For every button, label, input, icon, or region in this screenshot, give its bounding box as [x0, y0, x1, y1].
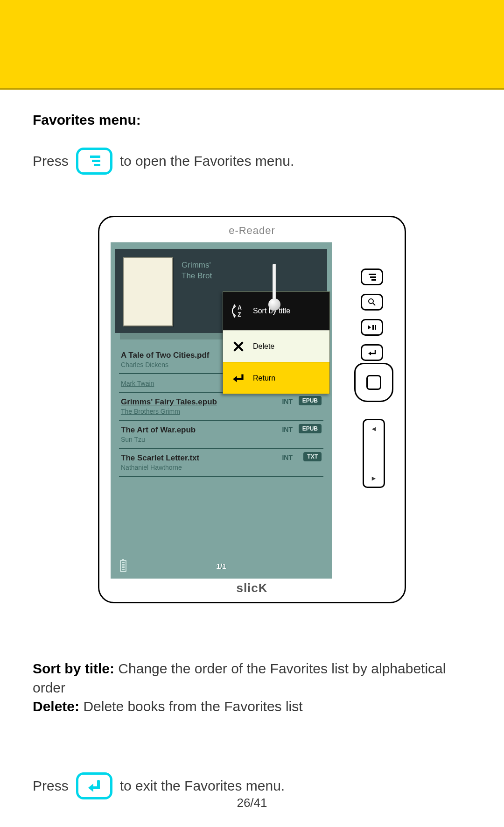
cover-title-line2: The Brot — [182, 271, 212, 282]
svg-rect-12 — [371, 279, 376, 281]
instruction-open-text: to open the Favorites menu. — [120, 153, 294, 169]
device-label: e-Reader — [99, 225, 405, 237]
device-brand: slicK — [99, 581, 405, 595]
cover-title-line1: Grimms' — [182, 260, 212, 271]
book-cover — [123, 257, 173, 326]
storage-tag: INT — [282, 398, 293, 405]
hw-playpause-button[interactable] — [361, 319, 383, 336]
instruction-open: Press to open the Favorites menu. — [33, 148, 471, 175]
menu-return[interactable]: Return — [223, 362, 329, 394]
device-illustration: e-Reader Grimms' The Brot A Tale of Two … — [33, 216, 471, 603]
svg-point-13 — [369, 299, 373, 304]
book-author: Sun Tzu — [121, 436, 322, 443]
svg-marker-5 — [233, 304, 236, 307]
svg-rect-0 — [90, 156, 100, 158]
svg-rect-17 — [375, 325, 376, 330]
svg-text:A: A — [238, 304, 242, 311]
hw-page-rocker[interactable]: ◄ ► — [363, 419, 385, 488]
storage-tag: INT — [282, 454, 293, 461]
press-label: Press — [33, 153, 69, 169]
stylus-pointer-icon — [268, 264, 280, 312]
play-pause-icon — [367, 324, 377, 331]
svg-rect-16 — [372, 325, 374, 330]
svg-marker-6 — [233, 315, 236, 318]
section-heading: Favorites menu: — [33, 112, 471, 128]
hw-menu-button[interactable] — [361, 269, 383, 285]
menu-button-icon — [76, 148, 112, 175]
triangle-right-icon: ► — [371, 474, 377, 482]
instruction-exit: Press to exit the Favorites menu. — [33, 772, 471, 799]
list-item[interactable]: The Scarlet Letter.txt Nathaniel Hawthor… — [119, 449, 323, 477]
explanation-block: Sort by title: Change the order of the F… — [33, 659, 471, 716]
list-item[interactable]: Grimms' Fairy Tales.epub The Brothers Gr… — [119, 393, 323, 421]
svg-rect-1 — [92, 160, 100, 162]
format-tag: TXT — [303, 452, 322, 461]
ereader-device: e-Reader Grimms' The Brot A Tale of Two … — [98, 216, 406, 603]
menu-delete[interactable]: Delete — [223, 330, 329, 362]
hamburger-step-icon — [367, 273, 377, 281]
format-tag: EPUB — [299, 424, 322, 433]
book-author: Nathaniel Hawthorne — [121, 464, 322, 471]
back-button-icon — [76, 772, 112, 799]
hw-zoom-button[interactable] — [361, 294, 383, 311]
svg-text:Z: Z — [238, 311, 241, 318]
return-arrow-icon — [231, 370, 246, 386]
format-tag: EPUB — [299, 396, 322, 405]
svg-marker-15 — [368, 325, 371, 330]
close-x-icon — [231, 339, 246, 354]
hardware-buttons — [361, 269, 385, 369]
svg-marker-18 — [368, 352, 371, 355]
triangle-left-icon: ◄ — [371, 425, 377, 432]
svg-rect-10 — [369, 274, 376, 275]
menu-return-label: Return — [253, 374, 275, 382]
back-arrow-icon — [367, 349, 377, 356]
device-screen: Grimms' The Brot A Tale of Two Cities.pd… — [111, 242, 332, 579]
page-indicator: 1/1 — [111, 562, 332, 570]
back-arrow-icon — [86, 778, 103, 794]
header-band — [0, 0, 504, 90]
square-icon — [366, 375, 381, 390]
press-label: Press — [33, 778, 69, 794]
svg-marker-19 — [88, 784, 93, 792]
svg-marker-9 — [233, 375, 237, 382]
svg-line-14 — [373, 303, 375, 305]
book-author: The Brothers Grimm — [121, 408, 322, 415]
instruction-exit-text: to exit the Favorites menu. — [120, 778, 285, 794]
explain-delete-text: Delete books from the Favorites list — [79, 699, 303, 714]
svg-rect-2 — [94, 164, 100, 166]
storage-tag: INT — [282, 426, 293, 433]
hamburger-step-icon — [86, 153, 103, 170]
menu-delete-label: Delete — [253, 342, 274, 351]
magnifier-icon — [367, 297, 377, 307]
sort-az-icon: A Z — [231, 303, 246, 319]
page-number: 26/41 — [0, 796, 504, 810]
hw-back-button[interactable] — [361, 344, 383, 361]
cover-title-lines: Grimms' The Brot — [182, 257, 212, 325]
hw-home-button[interactable] — [354, 363, 393, 402]
explain-sort: Sort by title: Change the order of the F… — [33, 659, 471, 697]
explain-delete-label: Delete: — [33, 699, 79, 714]
explain-sort-label: Sort by title: — [33, 661, 114, 676]
list-item[interactable]: The Art of War.epub Sun Tzu INT EPUB — [119, 421, 323, 449]
page-content: Favorites menu: Press to open the Favori… — [0, 90, 504, 799]
explain-delete: Delete: Delete books from the Favorites … — [33, 697, 471, 716]
svg-rect-11 — [370, 276, 376, 278]
